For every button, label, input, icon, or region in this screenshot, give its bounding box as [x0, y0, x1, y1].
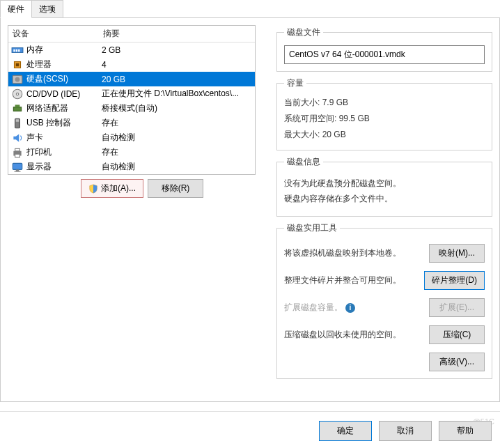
cd-icon [11, 88, 24, 100]
utilities-legend: 磁盘实用工具 [284, 222, 340, 234]
device-summary: 自动检测 [102, 132, 252, 144]
shield-icon [88, 184, 98, 194]
device-row[interactable]: CD/DVD (IDE)正在使用文件 D:\VirtualBox\centos\… [8, 86, 255, 101]
current-size-label: 当前大小: [284, 98, 320, 107]
svg-rect-15 [15, 148, 20, 150]
device-name: 内存 [26, 44, 102, 56]
svg-rect-2 [16, 49, 17, 51]
device-row[interactable]: 打印机存在 [8, 145, 255, 160]
device-summary: 4 [102, 60, 252, 70]
sound-icon [11, 132, 24, 144]
svg-rect-19 [15, 171, 21, 171]
svg-rect-10 [13, 107, 21, 111]
remove-button[interactable]: 移除(R) [148, 179, 203, 198]
help-button[interactable]: 帮助 [439, 421, 492, 441]
free-space-label: 系统可用空间: [284, 114, 336, 123]
svg-rect-3 [18, 49, 19, 51]
capacity-group: 容量 当前大小: 7.9 GB 系统可用空间: 99.5 GB 最大大小: 20… [276, 77, 492, 150]
disk-icon [11, 74, 24, 85]
svg-rect-17 [13, 163, 22, 169]
svg-rect-18 [16, 169, 19, 171]
device-name: 打印机 [26, 146, 102, 158]
compact-text: 压缩磁盘以回收未使用的空间。 [284, 329, 401, 341]
device-list-panel: 设备 摘要 内存2 GB处理器4硬盘(SCSI)20 GBCD/DVD (IDE… [8, 25, 256, 175]
tab-options[interactable]: 选项 [31, 0, 63, 18]
device-summary: 存在 [102, 146, 252, 158]
device-summary: 正在使用文件 D:\VirtualBox\centos\... [102, 88, 252, 100]
svg-rect-13 [16, 119, 19, 121]
column-summary: 摘要 [103, 28, 251, 40]
disk-info-legend: 磁盘信息 [284, 156, 323, 168]
cpu-icon [11, 59, 24, 70]
max-size-label: 最大大小: [284, 130, 320, 139]
expand-button: 扩展(E)... [429, 298, 485, 317]
info-icon[interactable]: i [345, 303, 355, 313]
memory-icon [11, 45, 24, 56]
device-row[interactable]: USB 控制器存在 [8, 116, 255, 130]
max-size-value: 20 GB [322, 130, 346, 139]
column-device: 设备 [13, 28, 103, 40]
disk-info-line2: 硬盘内容存储在多个文件中。 [284, 192, 485, 207]
map-text: 将该虚拟机磁盘映射到本地卷。 [284, 247, 401, 259]
printer-icon [11, 147, 24, 158]
disk-file-legend: 磁盘文件 [284, 26, 323, 38]
device-summary: 20 GB [102, 75, 252, 84]
device-name: 声卡 [26, 132, 102, 144]
device-summary: 存在 [102, 117, 252, 129]
device-row[interactable]: 网络适配器桥接模式(自动) [8, 101, 255, 116]
device-row[interactable]: 声卡自动检测 [8, 130, 255, 145]
defrag-button[interactable]: 碎片整理(D) [424, 271, 485, 290]
svg-rect-11 [15, 105, 20, 107]
compact-button[interactable]: 压缩(C) [429, 325, 485, 344]
ok-button[interactable]: 确定 [319, 421, 372, 441]
device-name: CD/DVD (IDE) [26, 89, 102, 99]
svg-rect-5 [16, 63, 19, 66]
display-icon [11, 162, 24, 173]
svg-point-9 [16, 93, 18, 95]
svg-rect-16 [15, 154, 20, 157]
cancel-button[interactable]: 取消 [379, 421, 432, 441]
add-button[interactable]: 添加(A)... [81, 179, 143, 198]
disk-file-field[interactable]: CentOS v7 64 位-000001.vmdk [284, 45, 485, 64]
device-row[interactable]: 处理器4 [8, 57, 255, 72]
free-space-value: 99.5 GB [339, 114, 370, 123]
svg-point-7 [15, 77, 20, 82]
device-name: 网络适配器 [26, 102, 102, 114]
expand-text: 扩展磁盘容量。i [284, 302, 355, 314]
device-name: 处理器 [26, 59, 102, 70]
network-icon [11, 103, 24, 114]
capacity-legend: 容量 [284, 77, 306, 89]
add-button-label: 添加(A)... [101, 183, 136, 194]
utilities-group: 磁盘实用工具 将该虚拟机磁盘映射到本地卷。 映射(M)... 整理文件碎片并整合… [276, 222, 492, 379]
device-name: 硬盘(SCSI) [26, 73, 102, 85]
svg-rect-1 [13, 49, 15, 51]
disk-info-group: 磁盘信息 没有为此硬盘预分配磁盘空间。 硬盘内容存储在多个文件中。 [276, 156, 492, 217]
device-row[interactable]: 内存2 GB [8, 43, 255, 57]
device-summary: 桥接模式(自动) [102, 102, 252, 114]
device-row[interactable]: 显示器自动检测 [8, 160, 255, 174]
device-row[interactable]: 硬盘(SCSI)20 GB [8, 72, 255, 86]
device-summary: 自动检测 [102, 161, 252, 173]
defrag-text: 整理文件碎片并整合可用空间。 [284, 275, 401, 286]
current-size-value: 7.9 GB [322, 98, 348, 107]
device-name: 显示器 [26, 161, 102, 173]
advanced-button[interactable]: 高级(V)... [429, 353, 485, 371]
map-button[interactable]: 映射(M)... [429, 244, 485, 263]
tab-hardware[interactable]: 硬件 [0, 0, 32, 18]
disk-info-line1: 没有为此硬盘预分配磁盘空间。 [284, 176, 485, 192]
usb-icon [11, 118, 24, 129]
device-summary: 2 GB [102, 45, 252, 55]
disk-file-group: 磁盘文件 CentOS v7 64 位-000001.vmdk [276, 26, 492, 72]
device-name: USB 控制器 [26, 117, 102, 129]
